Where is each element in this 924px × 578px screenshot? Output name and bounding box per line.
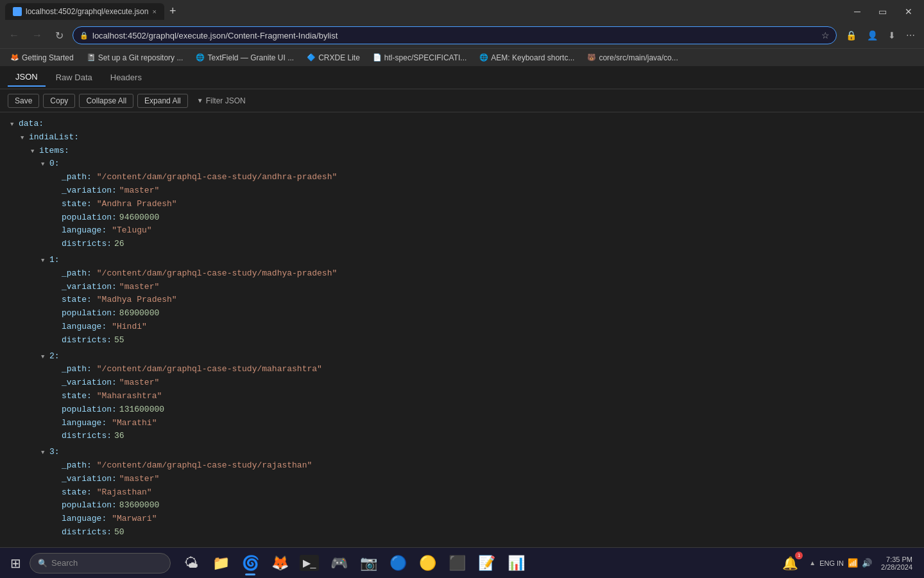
notification-badge-count: 1 (795, 552, 803, 559)
clock[interactable]: 7:35 PM 2/28/2024 (877, 556, 916, 571)
volume-icon[interactable]: 🔊 (862, 558, 872, 568)
downloads-button[interactable]: ⬇ (884, 28, 900, 43)
firefox-icon: 🦊 (271, 555, 289, 572)
url-input[interactable] (92, 31, 817, 40)
lock-icon: 🔒 (80, 31, 89, 40)
json-data-root: ▼ data: (10, 118, 914, 131)
extensions-button[interactable]: 🔒 (842, 28, 860, 43)
json-item-1: ▼ 1: (10, 254, 914, 267)
json-item-2-variation: _variation: "master" (10, 376, 914, 390)
bookmark-crxde[interactable]: 🔷 CRXDE Lite (302, 52, 365, 64)
bookmark-htl-spec[interactable]: 📄 htl-spec/SPECIFICATI... (368, 52, 472, 64)
profile-button[interactable]: 👤 (863, 28, 882, 43)
bookmark-favicon-getting-started: 🦊 (10, 53, 19, 62)
start-button[interactable]: ⊞ (3, 550, 28, 576)
minimize-button[interactable]: ─ (848, 5, 867, 18)
back-button[interactable]: ← (5, 27, 23, 44)
taskbar-right: 🔔 1 ▲ ENG IN 📶 🔊 7:35 PM 2/28/2024 (776, 549, 921, 577)
lang-indicator[interactable]: ENG IN (819, 559, 844, 567)
json-item-2-districts: districts: 36 (10, 430, 914, 443)
address-bar[interactable]: 🔒 ☆ (73, 26, 837, 44)
refresh-button[interactable]: ↻ (51, 27, 67, 44)
bookmark-favicon-htl-spec: 📄 (373, 53, 382, 62)
json-item-1-variation: _variation: "master" (10, 281, 914, 294)
app-icon-7: 📊 (508, 555, 525, 572)
close-window-button[interactable]: ✕ (898, 5, 919, 18)
json-item-2: ▼ 2: (10, 350, 914, 363)
taskbar: ⊞ 🔍 Search 🌤 📁 🌀 🦊 ▶_ 🎮 📷 🔵 (0, 547, 924, 578)
bookmark-favicon-aem-kbd: 🌐 (479, 53, 488, 62)
app-icon-2: 📷 (360, 555, 377, 572)
viewer-toolbar: JSON Raw Data Headers (0, 66, 924, 89)
taskbar-app-extra3[interactable]: 🔵 (384, 549, 412, 577)
wifi-icon[interactable]: 📶 (848, 558, 858, 568)
taskbar-app-terminal[interactable]: ▶_ (295, 549, 323, 577)
json-item-2-path: _path: "/content/dam/graphql-case-study/… (10, 363, 914, 376)
menu-button[interactable]: ⋯ (902, 28, 919, 43)
taskbar-app-widgets[interactable]: 🌤 (177, 549, 205, 577)
bookmark-git-repo[interactable]: 📓 Set up a Git repository ... (81, 52, 189, 64)
taskbar-search-icon: 🔍 (38, 559, 47, 568)
json-item-0-language: language: "Telugu" (10, 224, 914, 238)
file-explorer-icon: 📁 (212, 555, 230, 572)
taskbar-app-extra2[interactable]: 📷 (354, 549, 382, 577)
taskbar-app-extra7[interactable]: 📊 (502, 549, 530, 577)
expand-item-2[interactable]: ▼ (41, 353, 47, 362)
json-item-3-language: language: "Marwari" (10, 512, 914, 526)
json-items: ▼ items: (10, 144, 914, 158)
collapse-all-button[interactable]: Collapse All (79, 94, 133, 108)
bookmark-core-java[interactable]: 🐻 core/src/main/java/co... (582, 52, 683, 64)
expand-tray-icon[interactable]: ▲ (809, 559, 816, 566)
taskbar-search-box[interactable]: 🔍 Search (30, 553, 171, 574)
bookmark-star-icon[interactable]: ☆ (821, 30, 830, 40)
taskbar-app-firefox[interactable]: 🦊 (266, 549, 294, 577)
expand-item-1[interactable]: ▼ (41, 256, 47, 265)
taskbar-app-extra5[interactable]: ⬛ (443, 549, 471, 577)
bookmark-aem-kbd[interactable]: 🌐 AEM: Keyboard shortc... (474, 52, 579, 64)
expand-indialist[interactable]: ▼ (21, 134, 27, 143)
widgets-icon: 🌤 (184, 555, 198, 572)
bookmark-favicon-core-java: 🐻 (587, 53, 596, 62)
tab-raw-data[interactable]: Raw Data (48, 69, 100, 86)
json-item-0: ▼ 0: (10, 157, 914, 171)
tab-close-button[interactable]: × (152, 8, 156, 15)
copy-button[interactable]: Copy (43, 94, 75, 108)
json-item-0-districts: districts: 26 (10, 238, 914, 251)
expand-items[interactable]: ▼ (31, 147, 37, 156)
nav-actions: 🔒 👤 ⬇ ⋯ (842, 28, 919, 43)
json-item-1-population: population: 86900000 (10, 307, 914, 320)
taskbar-app-extra6[interactable]: 📝 (472, 549, 501, 577)
taskbar-app-file-explorer[interactable]: 📁 (207, 549, 235, 577)
taskbar-app-extra4[interactable]: 🟡 (413, 549, 441, 577)
filter-json-button[interactable]: ▼ Filter JSON (192, 94, 251, 107)
tab-json[interactable]: JSON (8, 68, 46, 87)
maximize-button[interactable]: ▭ (872, 5, 893, 18)
expand-item-0[interactable]: ▼ (41, 160, 47, 169)
notification-area[interactable]: 🔔 1 (776, 549, 804, 577)
taskbar-app-extra1[interactable]: 🎮 (325, 549, 353, 577)
bookmark-textfield[interactable]: 🌐 TextField — Granite UI ... (191, 52, 299, 64)
expand-all-button[interactable]: Expand All (137, 94, 188, 108)
json-indialist: ▼ indiaList: (10, 131, 914, 144)
forward-button[interactable]: → (28, 27, 46, 44)
json-item-0-state: state: "Andhra Pradesh" (10, 198, 914, 211)
json-item-1-path: _path: "/content/dam/graphql-case-study/… (10, 267, 914, 281)
window-controls: ─ ▭ ✕ (848, 5, 919, 18)
json-item-3-population: population: 83600000 (10, 499, 914, 512)
expand-item-3[interactable]: ▼ (41, 448, 47, 457)
bookmark-getting-started[interactable]: 🦊 Getting Started (5, 52, 79, 64)
expand-data[interactable]: ▼ (10, 120, 17, 129)
app-icon-5: ⬛ (449, 555, 466, 572)
taskbar-app-edge[interactable]: 🌀 (236, 549, 264, 577)
json-item-0-path: _path: "/content/dam/graphql-case-study/… (10, 171, 914, 184)
tab-headers[interactable]: Headers (103, 69, 150, 86)
json-item-1-districts: districts: 55 (10, 334, 914, 347)
browser-tab[interactable]: localhost:4502/graphql/execute.json × (5, 3, 164, 20)
save-button[interactable]: Save (8, 94, 39, 108)
action-bar: Save Copy Collapse All Expand All ▼ Filt… (0, 89, 924, 112)
new-tab-button[interactable]: + (164, 4, 182, 18)
json-item-3-variation: _variation: "master" (10, 473, 914, 486)
title-bar: localhost:4502/graphql/execute.json × + … (0, 0, 924, 22)
json-item-3-path: _path: "/content/dam/graphql-case-study/… (10, 459, 914, 473)
app-icon-6: 📝 (478, 555, 495, 572)
